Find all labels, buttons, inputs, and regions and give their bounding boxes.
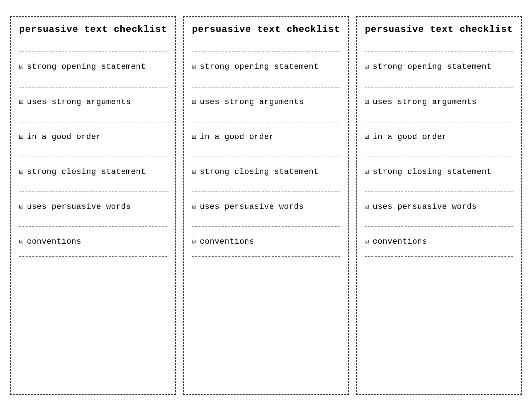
spacer-2-1 [192,75,340,81]
checkbox-icon-3-2: ☑ [365,97,369,107]
divider-closing-2 [192,256,340,257]
item-text-2-5: uses persuasive words [200,202,304,212]
checklist-item-3-1: ☑strong opening statement [365,58,513,75]
divider-1-3 [19,122,167,122]
spacer-1-5 [19,215,167,220]
spacer-1-2 [19,110,167,116]
checkbox-icon-3-6: ☑ [365,237,369,247]
checklist-item-2-4: ☑strong closing statement [192,163,340,180]
checklist-item-1-1: ☑strong opening statement [19,58,167,75]
spacer-1-4 [19,180,167,186]
checklist-item-2-6: ☑conventions [192,233,340,250]
divider-1-2 [19,87,167,87]
divider-3-6 [365,226,513,227]
divider-1-4 [19,157,167,157]
checklist-item-1-4: ☑strong closing statement [19,163,167,180]
checkbox-icon-2-4: ☑ [192,167,197,177]
item-text-2-6: conventions [200,236,254,247]
item-text-2-3: in a good order [200,132,274,142]
checklist-item-1-6: ☑conventions [19,233,167,250]
divider-3-5 [365,192,513,192]
checklist-card-2: persuasive text checklist☑strong opening… [183,16,349,395]
divider-3-2 [365,87,513,87]
checklist-item-3-2: ☑uses strong arguments [365,93,513,110]
spacer-2-3 [192,145,340,151]
checkbox-icon-3-1: ☑ [365,62,369,72]
spacer-3-2 [365,110,513,116]
spacer-2-5 [192,215,340,220]
checkbox-icon-2-1: ☑ [192,62,197,72]
checklist-item-3-6: ☑conventions [365,233,513,250]
item-text-1-4: strong closing statement [27,167,146,177]
card-title-1: persuasive text checklist [19,24,167,36]
item-text-3-4: strong closing statement [373,167,492,177]
item-text-2-2: uses strong arguments [200,97,304,107]
spacer-1-1 [19,75,167,81]
checkbox-icon-2-6: ☑ [192,237,197,247]
checklist-item-2-5: ☑uses persuasive words [192,198,340,215]
spacer-2-4 [192,180,340,186]
item-text-1-1: strong opening statement [27,62,146,72]
item-text-3-1: strong opening statement [373,62,492,72]
page-container: persuasive text checklist☑strong opening… [7,7,525,404]
checkbox-icon-1-1: ☑ [19,62,24,72]
item-text-1-5: uses persuasive words [27,202,131,212]
checkbox-icon-1-3: ☑ [19,132,24,142]
checkbox-icon-1-4: ☑ [19,167,24,177]
divider-2-5 [192,192,340,192]
divider-1-6 [19,226,167,227]
divider-1-5 [19,192,167,192]
spacer-3-1 [365,75,513,81]
checklist-item-3-5: ☑uses persuasive words [365,198,513,215]
divider-closing-3 [365,256,513,257]
spacer-3-4 [365,180,513,186]
divider-3-4 [365,157,513,157]
checkbox-icon-1-2: ☑ [19,97,24,107]
checkbox-icon-1-6: ☑ [19,237,24,247]
spacer-1-3 [19,145,167,151]
checkbox-icon-3-3: ☑ [365,132,369,142]
divider-2-6 [192,226,340,227]
checklist-item-2-2: ☑uses strong arguments [192,93,340,110]
checklist-item-3-4: ☑strong closing statement [365,163,513,180]
card-title-3: persuasive text checklist [365,24,513,36]
checklist-item-1-2: ☑uses strong arguments [19,93,167,110]
item-text-3-2: uses strong arguments [373,97,477,107]
item-text-3-6: conventions [373,236,427,247]
checklist-card-3: persuasive text checklist☑strong opening… [356,16,522,395]
spacer-3-5 [365,215,513,220]
checklist-card-1: persuasive text checklist☑strong opening… [10,16,176,395]
spacer-2-2 [192,110,340,116]
checkbox-icon-1-5: ☑ [19,202,24,212]
checkbox-icon-2-5: ☑ [192,202,197,212]
divider-3-3 [365,122,513,122]
checkbox-icon-2-2: ☑ [192,97,197,107]
divider-2-2 [192,87,340,87]
divider-3-1 [365,52,513,52]
checklist-item-3-3: ☑in a good order [365,128,513,145]
divider-2-4 [192,157,340,157]
divider-2-3 [192,122,340,122]
divider-2-1 [192,52,340,52]
checkbox-icon-3-5: ☑ [365,202,369,212]
spacer-3-3 [365,145,513,151]
divider-1-1 [19,52,167,52]
checkbox-icon-2-3: ☑ [192,132,197,142]
checklist-item-2-1: ☑strong opening statement [192,58,340,75]
item-text-1-3: in a good order [27,132,101,142]
item-text-1-2: uses strong arguments [27,97,131,107]
checkbox-icon-3-4: ☑ [365,167,369,177]
item-text-1-6: conventions [27,236,81,247]
item-text-2-4: strong closing statement [200,167,319,177]
checklist-item-1-3: ☑in a good order [19,128,167,145]
card-title-2: persuasive text checklist [192,24,340,36]
item-text-3-3: in a good order [373,132,447,142]
item-text-3-5: uses persuasive words [373,202,477,212]
divider-closing-1 [19,256,167,257]
item-text-2-1: strong opening statement [200,62,319,72]
checklist-item-1-5: ☑uses persuasive words [19,198,167,215]
checklist-item-2-3: ☑in a good order [192,128,340,145]
